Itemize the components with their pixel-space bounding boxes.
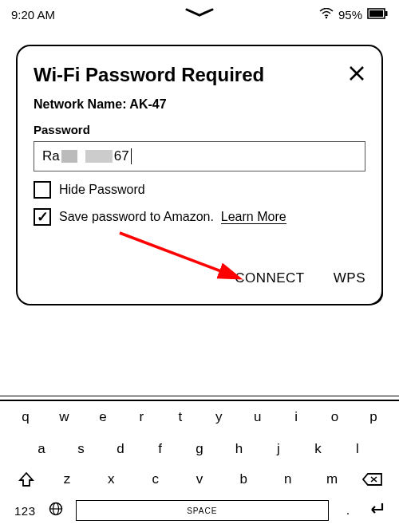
enter-key[interactable] xyxy=(367,502,385,519)
keyboard-row-1: q w e r t y u i o p xyxy=(0,401,399,433)
key-o[interactable]: o xyxy=(324,409,346,425)
key-x[interactable]: x xyxy=(100,471,122,487)
key-z[interactable]: z xyxy=(56,471,78,487)
keyboard-row-3: z x c v b n m xyxy=(0,465,399,494)
clock: 9:20 AM xyxy=(11,8,55,22)
key-g[interactable]: g xyxy=(188,441,211,457)
key-h[interactable]: h xyxy=(228,441,251,457)
key-m[interactable]: m xyxy=(321,471,343,487)
key-t[interactable]: t xyxy=(169,409,192,425)
obscured-text xyxy=(85,150,113,163)
save-password-label: Save password to Amazon. xyxy=(59,210,214,223)
key-s[interactable]: s xyxy=(70,441,93,457)
key-u[interactable]: u xyxy=(247,409,269,425)
key-c[interactable]: c xyxy=(144,471,167,487)
network-name: Network Name: AK-47 xyxy=(34,97,365,112)
save-password-checkbox[interactable] xyxy=(34,208,51,226)
learn-more-link[interactable]: Learn More xyxy=(221,210,286,224)
key-f[interactable]: f xyxy=(149,441,172,457)
battery-icon xyxy=(367,8,388,22)
key-b[interactable]: b xyxy=(232,471,255,487)
wifi-icon xyxy=(319,8,334,22)
wifi-password-dialog: Wi-Fi Password Required Network Name: AK… xyxy=(16,45,383,305)
key-e[interactable]: e xyxy=(92,409,114,425)
password-input[interactable]: Ra 67 xyxy=(34,141,365,171)
hide-password-checkbox[interactable] xyxy=(34,181,51,199)
battery-percent: 95% xyxy=(338,8,362,22)
svg-point-0 xyxy=(326,16,327,18)
obscured-text xyxy=(61,150,77,163)
key-a[interactable]: a xyxy=(30,441,53,457)
key-q[interactable]: q xyxy=(14,409,37,425)
key-r[interactable]: r xyxy=(130,409,152,425)
key-k[interactable]: k xyxy=(307,441,330,457)
keyboard-row-2: a s d f g h j k l xyxy=(0,433,399,465)
text-cursor xyxy=(131,148,132,164)
password-label: Password xyxy=(34,123,365,136)
key-d[interactable]: d xyxy=(109,441,132,457)
dialog-title: Wi-Fi Password Required xyxy=(34,64,264,86)
drag-handle-icon xyxy=(184,6,215,21)
numbers-key[interactable]: 123 xyxy=(14,504,36,518)
key-j[interactable]: j xyxy=(267,441,290,457)
shift-key[interactable] xyxy=(14,471,38,487)
key-l[interactable]: l xyxy=(346,441,369,457)
key-i[interactable]: i xyxy=(285,409,307,425)
connect-button[interactable]: CONNECT xyxy=(235,270,305,286)
key-v[interactable]: v xyxy=(188,471,211,487)
key-n[interactable]: n xyxy=(277,471,299,487)
svg-rect-3 xyxy=(385,11,388,16)
globe-key[interactable] xyxy=(49,502,63,519)
svg-rect-2 xyxy=(369,10,383,17)
close-button[interactable] xyxy=(348,64,365,86)
keyboard-row-4: 123 SPACE . xyxy=(0,494,399,532)
status-bar: 9:20 AM 95% xyxy=(0,0,399,29)
key-y[interactable]: y xyxy=(207,409,230,425)
key-w[interactable]: w xyxy=(53,409,75,425)
backspace-key[interactable] xyxy=(361,472,385,487)
wps-button[interactable]: WPS xyxy=(334,270,365,286)
space-key[interactable]: SPACE xyxy=(76,500,329,521)
keyboard: q w e r t y u i o p a s d f g h j k l z … xyxy=(0,396,399,532)
key-p[interactable]: p xyxy=(362,409,385,425)
period-key[interactable]: . xyxy=(342,503,354,518)
hide-password-label: Hide Password xyxy=(59,183,145,197)
